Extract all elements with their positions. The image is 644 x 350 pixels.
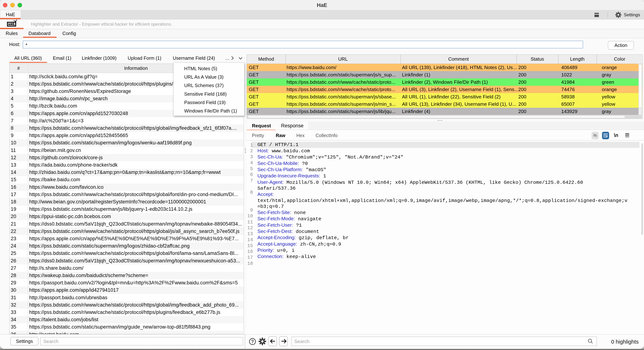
svg-text:?: ? [251,339,254,344]
